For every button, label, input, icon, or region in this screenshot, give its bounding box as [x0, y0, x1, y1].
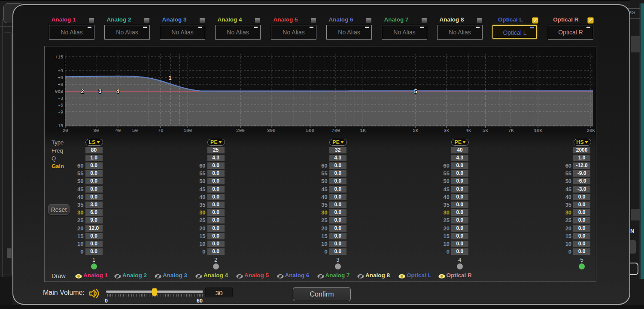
svg-text:2: 2	[81, 89, 84, 95]
svg-text:700: 700	[331, 128, 340, 133]
svg-text:200: 200	[236, 128, 245, 133]
svg-text:1K: 1K	[360, 128, 366, 133]
svg-text:5: 5	[414, 89, 417, 95]
svg-text:20: 20	[62, 128, 68, 133]
svg-text:50: 50	[132, 128, 138, 133]
svg-text:-9: -9	[58, 110, 63, 115]
svg-text:4: 4	[116, 89, 119, 95]
svg-text:100: 100	[183, 128, 192, 133]
svg-text:4K: 4K	[465, 128, 471, 133]
svg-text:+9: +9	[58, 68, 63, 73]
svg-text:7K: 7K	[508, 128, 514, 133]
svg-text:500: 500	[306, 128, 314, 133]
svg-text:3: 3	[99, 89, 102, 95]
svg-text:30: 30	[93, 128, 99, 133]
svg-text:-6: -6	[58, 103, 63, 108]
svg-text:0dB: 0dB	[55, 89, 63, 94]
svg-text:10K: 10K	[534, 128, 542, 133]
svg-text:3K: 3K	[444, 128, 450, 133]
svg-text:5K: 5K	[483, 128, 489, 133]
svg-text:+15: +15	[55, 55, 63, 60]
svg-text:300: 300	[267, 128, 276, 133]
svg-text:40: 40	[115, 128, 121, 133]
svg-text:+6: +6	[58, 75, 63, 80]
svg-text:-15: -15	[55, 123, 63, 128]
svg-text:1: 1	[169, 75, 172, 81]
svg-text:+3: +3	[58, 82, 63, 87]
svg-text:2K: 2K	[413, 128, 419, 133]
svg-text:20K: 20K	[586, 128, 595, 133]
svg-text:-3: -3	[58, 96, 63, 101]
svg-text:70: 70	[158, 128, 163, 133]
